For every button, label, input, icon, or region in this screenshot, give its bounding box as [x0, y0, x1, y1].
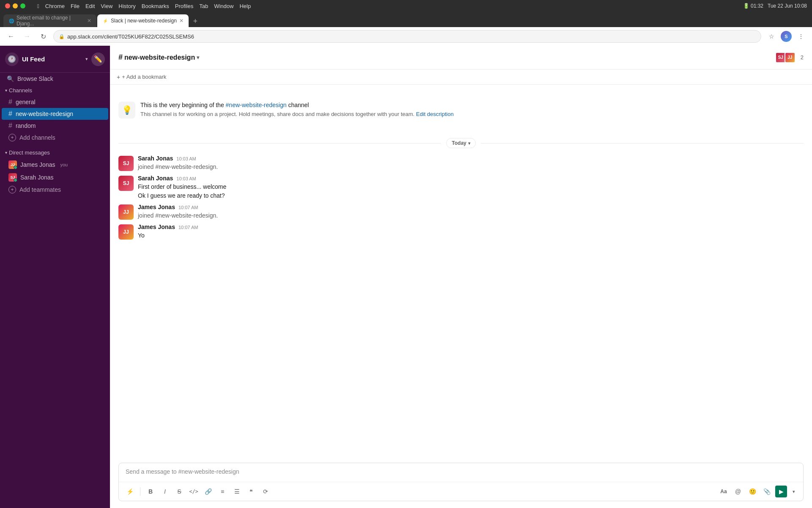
menu-window[interactable]: Window	[214, 3, 233, 9]
code-button[interactable]: </>	[188, 486, 200, 497]
sidebar-item-james-jonas[interactable]: JJ James Jonas you	[2, 158, 108, 171]
browser-menu-icon[interactable]: ⋮	[795, 30, 807, 42]
new-tab-button[interactable]: +	[189, 15, 201, 27]
menu-history[interactable]: History	[118, 3, 135, 9]
font-size-button[interactable]: Aa	[718, 486, 730, 497]
msg-author-1[interactable]: Sarah Jonas	[138, 155, 173, 162]
dm-label: Direct messages	[9, 149, 50, 156]
member-count[interactable]: 2	[801, 54, 804, 61]
block-quote-button[interactable]: ❝	[245, 486, 257, 497]
sidebar-item-new-website-redesign[interactable]: # new-website-redesign	[2, 108, 108, 120]
main-content: # new-website-redesign ▾ SJ JJ 2 + + Add…	[110, 46, 812, 508]
attachment-button[interactable]: 📎	[761, 486, 773, 497]
browse-icon: 🔍	[7, 75, 14, 82]
msg-time-2: 10:03 AM	[176, 176, 196, 181]
msg-time-3: 10:07 AM	[178, 205, 198, 210]
address-bar[interactable]: 🔒 app.slack.com/client/T025KU6F822/C025S…	[53, 30, 761, 43]
menu-apple[interactable]: 	[37, 3, 39, 9]
hash-icon-general: #	[8, 98, 12, 106]
close-button[interactable]	[5, 3, 10, 8]
msg-text-2a: First order of business... welcome	[138, 182, 804, 191]
sidebar-item-random[interactable]: # random	[2, 120, 108, 132]
menu-tab[interactable]: Tab	[199, 3, 208, 9]
menu-bookmarks[interactable]: Bookmarks	[142, 3, 169, 9]
table-row: JJ James Jonas 10:07 AM Yo	[118, 224, 804, 240]
status-battery: 🔋 01:32	[743, 3, 763, 9]
compose-button[interactable]: ✏️	[91, 52, 105, 66]
reload-button[interactable]: ↻	[37, 30, 49, 42]
lightning-tool-button[interactable]: ⚡	[124, 486, 136, 497]
minimize-button[interactable]	[13, 3, 18, 8]
message-placeholder: Send a message to #new-website-redesign	[126, 468, 239, 475]
date-line-right	[481, 143, 804, 144]
table-row: JJ James Jonas 10:07 AM joined #new-webs…	[118, 204, 804, 220]
back-button[interactable]: ←	[5, 30, 17, 42]
avatar-msg4: JJ	[118, 224, 134, 240]
maximize-button[interactable]	[20, 3, 25, 8]
browser-profile-avatar[interactable]: S	[781, 31, 792, 42]
member-avatars: SJ JJ	[777, 52, 796, 63]
message-input-field[interactable]: Send a message to #new-website-redesign	[119, 463, 803, 482]
add-teammates-button[interactable]: + Add teammates	[2, 184, 108, 196]
tab-close-slack[interactable]: ✕	[179, 18, 184, 24]
emoji-button[interactable]: 🙂	[746, 486, 758, 497]
add-teammates-icon: +	[8, 186, 16, 193]
msg-author-4[interactable]: James Jonas	[138, 224, 175, 230]
menu-profiles[interactable]: Profiles	[175, 3, 193, 9]
menu-view[interactable]: View	[101, 3, 112, 9]
date-label: Today	[452, 140, 466, 146]
edit-description-link[interactable]: Edit description	[416, 111, 454, 117]
send-options-button[interactable]: ▾	[790, 486, 798, 497]
menu-bar:  Chrome File Edit View History Bookmark…	[37, 3, 251, 9]
add-channels-button[interactable]: + Add channels	[2, 132, 108, 144]
tab-close-django[interactable]: ✕	[87, 18, 91, 24]
italic-button[interactable]: I	[159, 486, 171, 497]
strikethrough-button[interactable]: S	[173, 486, 185, 497]
add-bookmark-button[interactable]: + + Add a bookmark	[117, 74, 166, 80]
tab-django[interactable]: 🌐 Select email to change | Djang... ✕	[3, 14, 96, 27]
msg-author-3[interactable]: James Jonas	[138, 204, 175, 210]
message-toolbar: ⚡ B I S </> 🔗 ≡ ☰ ❝ ⟳ Aa @ 🙂 📎 ▶ ▾	[119, 482, 803, 501]
bookmark-star-icon[interactable]: ☆	[765, 30, 777, 42]
msg-time-4: 10:07 AM	[178, 225, 198, 230]
forward-button[interactable]: →	[21, 30, 33, 42]
add-teammates-label: Add teammates	[19, 186, 61, 193]
msg-text-2b: Ok I guess we are ready to chat?	[138, 191, 804, 200]
menu-help[interactable]: Help	[239, 3, 251, 9]
date-pill[interactable]: Today ▾	[446, 138, 475, 148]
channel-chevron-icon[interactable]: ▾	[197, 55, 199, 61]
workspace-name[interactable]: UI Feed	[22, 55, 82, 63]
avatar-james-jonas: JJ	[8, 160, 17, 169]
sidebar-item-general[interactable]: # general	[2, 96, 108, 108]
send-button[interactable]: ▶	[775, 486, 787, 497]
dm-section-header[interactable]: ▾ Direct messages	[0, 147, 110, 158]
slack-app: 🕐 UI Feed ▾ ✏️ 🔍 Browse Slack ▾ Channels…	[0, 46, 812, 508]
msg-header-1: Sarah Jonas 10:03 AM	[138, 155, 804, 162]
channels-section-header[interactable]: ▾ Channels	[0, 85, 110, 96]
msg-text-1: joined #new-website-redesign.	[138, 163, 804, 171]
at-mention-button[interactable]: @	[732, 486, 744, 497]
member-avatar-james: JJ	[785, 52, 796, 63]
avatar-sarah-jonas: SJ	[8, 173, 17, 182]
you-badge: you	[60, 162, 68, 167]
bold-button[interactable]: B	[145, 486, 156, 497]
tab-favicon-django: 🌐	[8, 18, 14, 24]
msg-author-2[interactable]: Sarah Jonas	[138, 175, 173, 182]
channels-label: Channels	[9, 87, 32, 94]
table-row: SJ Sarah Jonas 10:03 AM First order of b…	[118, 175, 804, 200]
table-row: SJ Sarah Jonas 10:03 AM joined #new-webs…	[118, 155, 804, 171]
sidebar-item-sarah-jonas[interactable]: SJ Sarah Jonas	[2, 171, 108, 184]
intro-channel-link[interactable]: #new-website-redesign	[226, 102, 287, 108]
tab-slack[interactable]: ⚡ Slack | new-website-redesign ✕	[97, 14, 189, 27]
unordered-list-button[interactable]: ☰	[231, 486, 243, 497]
ordered-list-button[interactable]: ≡	[217, 486, 228, 497]
menu-file[interactable]: File	[71, 3, 80, 9]
history-icon[interactable]: 🕐	[5, 52, 19, 66]
menu-edit[interactable]: Edit	[85, 3, 95, 9]
intro-text-block: This is the very beginning of the #new-w…	[140, 102, 454, 117]
workflow-button[interactable]: ⟳	[260, 486, 272, 497]
sidebar-item-browse[interactable]: 🔍 Browse Slack	[0, 73, 110, 85]
menu-chrome[interactable]: Chrome	[45, 3, 65, 9]
link-button[interactable]: 🔗	[202, 486, 214, 497]
msg-time-1: 10:03 AM	[176, 156, 196, 161]
